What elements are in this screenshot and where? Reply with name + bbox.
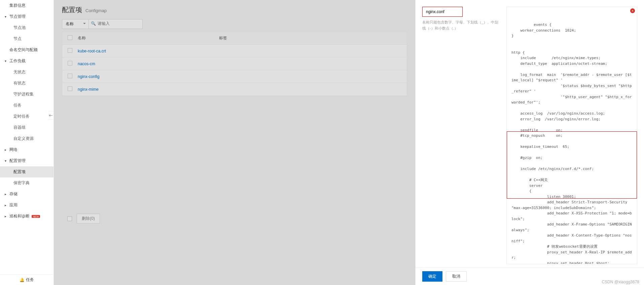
sidebar-item-15[interactable]: 配置项 xyxy=(0,166,53,177)
row-name-link[interactable]: nginx-config xyxy=(78,74,100,79)
row-checkbox[interactable] xyxy=(68,48,72,53)
sidebar-item-16[interactable]: 保密字典 xyxy=(0,177,53,189)
page-subtitle: Configmap xyxy=(85,8,107,13)
highlight-server-block xyxy=(507,131,637,199)
filename-hint: 名称只能包含数字、字母、下划线（_）、中划线（-）和小数点（.） xyxy=(422,19,500,31)
row-checkbox[interactable] xyxy=(68,74,72,78)
sidebar-item-2[interactable]: 节点池 xyxy=(0,22,53,33)
sidebar-item-19[interactable]: ▸巡检和诊断NEW xyxy=(0,211,53,222)
table-row: nacos-cm xyxy=(62,57,407,70)
column-label: 标签 xyxy=(219,35,401,41)
sidebar-footer[interactable]: 🔔 任务 xyxy=(0,274,53,285)
sidebar-collapse-toggle[interactable]: ⇤ xyxy=(48,111,54,120)
sidebar-item-10[interactable]: 定时任务 xyxy=(0,111,53,122)
filename-input[interactable] xyxy=(422,7,463,17)
sidebar-item-label: 巡检和诊断 xyxy=(9,213,30,219)
row-checkbox[interactable] xyxy=(68,61,72,66)
chevron-icon: ▾ xyxy=(5,159,8,163)
code-editor[interactable]: ✕ events { worker_connections 1024; } ht… xyxy=(506,7,637,264)
sidebar-item-label: 应用 xyxy=(9,202,17,208)
page-title-text: 配置项 xyxy=(62,5,82,14)
table-row: kube-root-ca.crt xyxy=(62,45,407,57)
chevron-icon: ▸ xyxy=(5,192,8,196)
sidebar-item-5[interactable]: ▾工作负载 xyxy=(0,55,53,67)
sidebar-item-4[interactable]: 命名空间与配额 xyxy=(0,44,53,55)
delete-button[interactable]: 删除(0) xyxy=(77,214,100,223)
filter-input[interactable] xyxy=(98,21,139,26)
sidebar-item-17[interactable]: ▸存储 xyxy=(0,189,53,200)
chevron-icon: ▸ xyxy=(5,203,8,207)
sidebar-item-1[interactable]: ▾节点管理 xyxy=(0,11,53,22)
filter-bar: 名称 🔍 xyxy=(62,19,407,29)
sidebar-item-9[interactable]: 任务 xyxy=(0,100,53,111)
main-area: 配置项 Configmap 名称 🔍 名称 标签 kube-root-ca xyxy=(54,0,415,285)
sidebar-item-12[interactable]: 自定义资源 xyxy=(0,133,53,144)
chevron-icon: ▾ xyxy=(5,59,8,63)
row-name-link[interactable]: nginx-mime xyxy=(78,87,99,92)
sidebar-item-label: 任务 xyxy=(13,103,22,108)
sidebar-item-label: 命名空间与配额 xyxy=(9,47,38,53)
sidebar-item-3[interactable]: 节点 xyxy=(0,33,53,44)
sidebar-item-label: 集群信息 xyxy=(9,3,26,8)
column-name: 名称 xyxy=(78,35,219,41)
config-table: 名称 标签 kube-root-ca.crtnacos-cmnginx-conf… xyxy=(62,32,407,96)
sidebar-item-label: 守护进程集 xyxy=(13,91,34,97)
bell-icon: 🔔 xyxy=(20,278,25,282)
filter-select-value: 名称 xyxy=(66,22,74,26)
sidebar-item-label: 工作负载 xyxy=(9,58,26,64)
row-name-link[interactable]: kube-root-ca.crt xyxy=(78,49,106,53)
sidebar: 集群信息▾节点管理节点池节点命名空间与配额▾工作负载无状态有状态守护进程集任务定… xyxy=(0,0,54,285)
select-all-checkbox[interactable] xyxy=(68,35,72,40)
cancel-button[interactable]: 取消 xyxy=(446,271,467,282)
sidebar-item-14[interactable]: ▾配置管理 xyxy=(0,155,53,166)
chevron-icon: ▸ xyxy=(5,148,8,152)
sidebar-item-11[interactable]: 容器组 xyxy=(0,122,53,133)
sidebar-item-label: 有状态 xyxy=(13,80,26,86)
sidebar-item-13[interactable]: ▸网络 xyxy=(0,144,53,155)
sidebar-item-18[interactable]: ▸应用 xyxy=(0,200,53,211)
edit-panel: 名称只能包含数字、字母、下划线（_）、中划线（-）和小数点（.） ✕ event… xyxy=(415,0,644,285)
sidebar-item-label: 存储 xyxy=(9,191,17,197)
sidebar-item-label: 无状态 xyxy=(13,69,26,75)
sidebar-item-label: 节点 xyxy=(13,36,22,42)
sidebar-item-6[interactable]: 无状态 xyxy=(0,67,53,78)
close-icon[interactable]: ✕ xyxy=(630,8,635,13)
sidebar-item-label: 自定义资源 xyxy=(13,136,34,141)
sidebar-item-label: 配置管理 xyxy=(9,158,26,164)
watermark: CSDN @xiaogg3678 xyxy=(602,280,639,284)
sidebar-item-7[interactable]: 有状态 xyxy=(0,78,53,89)
filter-select[interactable]: 名称 xyxy=(62,19,89,29)
sidebar-footer-label: 任务 xyxy=(26,277,34,283)
sidebar-item-label: 配置项 xyxy=(13,169,26,175)
sidebar-item-label: 容器组 xyxy=(13,125,26,130)
sidebar-item-label: 节点管理 xyxy=(9,14,26,19)
table-header: 名称 标签 xyxy=(62,32,407,45)
table-footer: 删除(0) xyxy=(62,210,407,227)
page-title: 配置项 Configmap xyxy=(62,5,407,14)
footer-checkbox[interactable] xyxy=(67,216,72,221)
chevron-icon: ▸ xyxy=(5,214,8,218)
table-row: nginx-mime xyxy=(62,83,407,96)
sidebar-item-0[interactable]: 集群信息 xyxy=(0,0,53,11)
sidebar-item-label: 节点池 xyxy=(13,25,26,31)
confirm-button[interactable]: 确定 xyxy=(422,271,442,282)
new-badge: NEW xyxy=(32,215,40,218)
row-checkbox[interactable] xyxy=(68,86,72,91)
sidebar-item-8[interactable]: 守护进程集 xyxy=(0,89,53,100)
search-icon: 🔍 xyxy=(91,21,96,26)
chevron-icon: ▾ xyxy=(5,15,8,18)
filter-input-wrap: 🔍 xyxy=(89,19,143,29)
row-name-link[interactable]: nacos-cm xyxy=(78,62,95,66)
sidebar-item-label: 定时任务 xyxy=(13,114,30,119)
sidebar-item-label: 保密字典 xyxy=(13,180,30,186)
table-row: nginx-config xyxy=(62,70,407,83)
code-content: events { worker_connections 1024; } http… xyxy=(511,23,634,264)
sidebar-item-label: 网络 xyxy=(9,147,17,153)
